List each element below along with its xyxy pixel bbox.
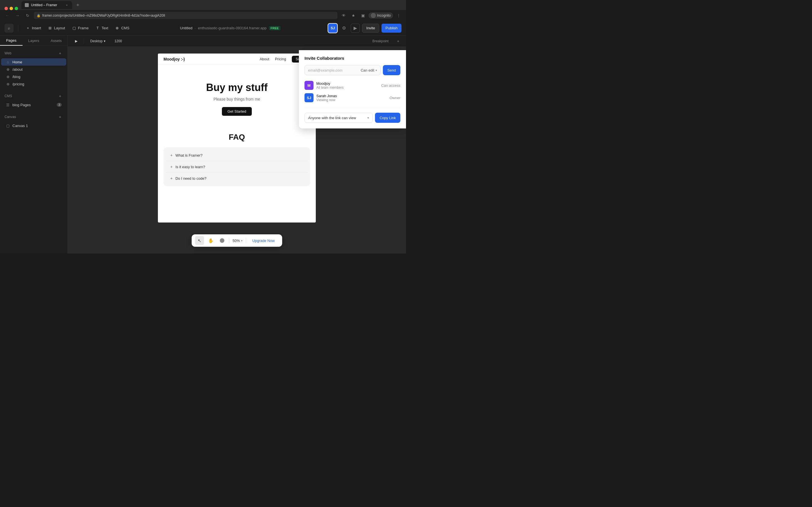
- canvas-section-header: Canvas +: [0, 113, 67, 121]
- bottom-toolbar: ↖ ✋ 50% ▾ Upgrade Now: [192, 234, 282, 247]
- device-arrow: ▾: [104, 39, 105, 43]
- preview-play-button[interactable]: ▶: [72, 37, 80, 45]
- tab-assets[interactable]: Assets: [45, 36, 67, 46]
- zoom-control[interactable]: 50% ▾: [232, 238, 244, 243]
- select-icon-bottom: ↖: [198, 238, 201, 243]
- copy-link-button[interactable]: Copy Link: [375, 113, 400, 123]
- incognito-badge: Incognito: [368, 12, 393, 18]
- collaborator-moodjoy: M Moodjoy All team members Can access: [305, 81, 400, 90]
- faq-question-3: Do I need to code?: [175, 176, 206, 180]
- cms-label: CMS: [121, 26, 130, 30]
- forward-button[interactable]: →: [13, 11, 21, 19]
- bottom-separator-1: [229, 238, 229, 243]
- cms-section: CMS + ☰ blog Pages 3: [0, 92, 67, 108]
- cms-section-title: CMS: [4, 94, 12, 98]
- active-tab[interactable]: Untitled – Framer ×: [21, 1, 72, 9]
- faq-item-1[interactable]: + What is Framer?: [166, 150, 308, 161]
- about-label: /about: [12, 67, 22, 71]
- tab-pages[interactable]: Pages: [0, 36, 22, 46]
- new-tab-button[interactable]: +: [74, 1, 82, 9]
- sidebar-tabs: Pages Layers Assets: [0, 36, 67, 46]
- select-tool-bottom[interactable]: ↖: [195, 236, 204, 245]
- preview-hero: Buy my stuff Please buy things from me G…: [158, 65, 316, 127]
- faq-item-2[interactable]: + Is it easy to learn?: [166, 161, 308, 173]
- publish-label: Publish: [386, 26, 398, 30]
- text-button[interactable]: T Text: [93, 24, 111, 33]
- reload-button[interactable]: ↻: [24, 11, 32, 19]
- collaborator-sarah: SJ Sarah Jonas Viewing now Owner: [305, 93, 400, 102]
- publish-button[interactable]: Publish: [382, 24, 402, 33]
- invite-panel-title: Invite Collaborators: [305, 56, 400, 61]
- tab-favicon: [25, 3, 29, 7]
- settings-button[interactable]: ⚙: [340, 24, 349, 33]
- permission-selector[interactable]: Can edit ▾: [361, 68, 377, 72]
- more-options-icon[interactable]: ⋮: [395, 11, 403, 19]
- select-tool-button[interactable]: ⌕: [4, 24, 13, 33]
- cms-add-button[interactable]: +: [57, 93, 63, 99]
- address-text: framer.com/projects/Untitled--mZ98oDWaPJ…: [42, 13, 165, 17]
- insert-label: Insert: [32, 26, 41, 30]
- sidebar-item-blog[interactable]: ⊕ /blog: [1, 73, 66, 80]
- invite-input-row: email@example.com Can edit ▾ Send: [305, 65, 400, 75]
- device-label: Desktop: [90, 39, 103, 43]
- breakpoint-button[interactable]: Breakpoint: [370, 37, 391, 45]
- web-section-title: Web: [4, 51, 11, 55]
- email-input[interactable]: email@example.com Can edit ▾: [305, 65, 380, 75]
- sidebar-item-blog-pages[interactable]: ☰ blog Pages 3: [1, 101, 66, 108]
- send-button[interactable]: Send: [383, 65, 400, 75]
- sidebar-item-pricing[interactable]: ⊕ /pricing: [1, 80, 66, 88]
- add-breakpoint-button[interactable]: +: [395, 38, 402, 45]
- breakpoint-label: Breakpoint: [372, 39, 389, 43]
- collaborators-list: M Moodjoy All team members Can access SJ: [305, 81, 400, 102]
- frame-button[interactable]: ▢ Frame: [69, 24, 92, 33]
- close-traffic-light[interactable]: [4, 7, 8, 10]
- sidebar-item-home[interactable]: ⌂ Home: [1, 58, 66, 66]
- share-dropdown[interactable]: Anyone with the link can view ▾: [305, 113, 373, 123]
- maximize-traffic-light[interactable]: [15, 7, 18, 10]
- home-label: Home: [12, 60, 22, 64]
- layout-button[interactable]: ⊞ Layout: [45, 24, 68, 33]
- play-button[interactable]: ▶: [351, 24, 360, 33]
- incognito-icon: [371, 13, 376, 18]
- width-input[interactable]: 1200: [112, 37, 125, 45]
- back-button[interactable]: ←: [3, 11, 11, 19]
- bookmark-icon[interactable]: ★: [349, 11, 357, 19]
- address-bar[interactable]: 🔒 framer.com/projects/Untitled--mZ98oDWa…: [34, 12, 338, 19]
- sarah-status: Viewing now: [316, 98, 387, 102]
- web-add-button[interactable]: +: [57, 50, 63, 56]
- minimize-traffic-light[interactable]: [10, 7, 13, 10]
- comment-tool-button[interactable]: [218, 236, 227, 245]
- canvas-icon: ▢: [6, 123, 10, 128]
- zoom-value: 50%: [233, 238, 240, 243]
- cms-button[interactable]: ⊕ CMS: [112, 24, 132, 33]
- eye-icon[interactable]: 👁: [340, 11, 348, 19]
- panel-divider: [305, 108, 400, 108]
- sidebar-item-canvas1[interactable]: ▢ Canvas 1: [1, 122, 66, 129]
- project-separator: ·: [195, 26, 196, 30]
- frame-icon: ▢: [72, 26, 77, 31]
- insert-button[interactable]: + Insert: [23, 24, 44, 33]
- tools-group: + Insert ⊞ Layout ▢ Frame T Text ⊕ CMS: [23, 24, 132, 33]
- web-section: Web + ⌂ Home ⊕ /about ⊕ /blog: [0, 49, 67, 88]
- upgrade-now-button[interactable]: Upgrade Now: [248, 236, 279, 245]
- faq-item-3[interactable]: + Do I need to code?: [166, 173, 308, 184]
- sidebar-item-about[interactable]: ⊕ /about: [1, 66, 66, 73]
- device-selector[interactable]: Desktop ▾: [87, 37, 108, 45]
- comment-icon: [220, 238, 224, 243]
- tab-close-button[interactable]: ×: [65, 3, 69, 7]
- preview-get-started-button[interactable]: Get Started: [222, 107, 252, 116]
- canvas-width: 1200: [114, 39, 122, 43]
- hand-tool-button[interactable]: ✋: [206, 236, 215, 245]
- canvas-add-button[interactable]: +: [57, 114, 63, 120]
- tab-layers[interactable]: Layers: [22, 36, 45, 46]
- frame-label: Frame: [78, 26, 89, 30]
- preview-faq-title: FAQ: [163, 133, 310, 142]
- traffic-lights: [2, 7, 21, 10]
- sidebar-icon[interactable]: ▣: [359, 11, 367, 19]
- share-dropdown-arrow: ▾: [367, 116, 369, 120]
- avatar-button[interactable]: SJ: [328, 24, 337, 33]
- cms-icon: ⊕: [115, 26, 119, 31]
- invite-button[interactable]: Invite: [362, 24, 379, 33]
- moodjoy-info: Moodjoy All team members: [316, 81, 378, 90]
- sarah-avatar: SJ: [305, 93, 313, 102]
